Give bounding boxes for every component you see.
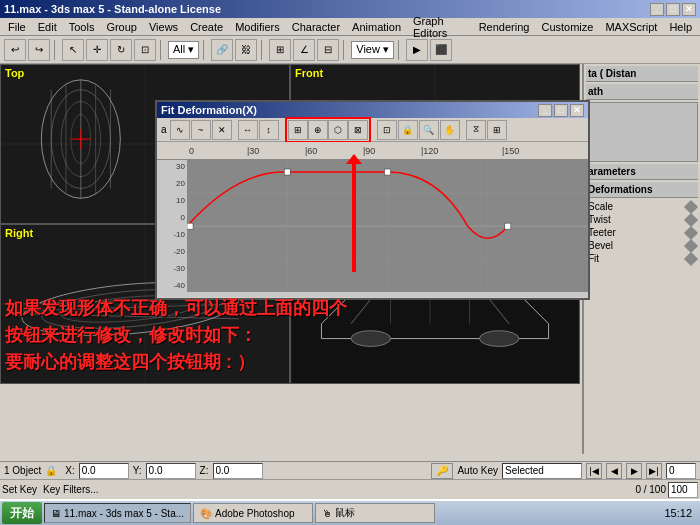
tb-select[interactable]: ↖ bbox=[62, 39, 84, 61]
tb-sep5 bbox=[343, 40, 347, 60]
bottom-bar1: Set Key Key Filters... 0 / 100 bbox=[0, 479, 700, 499]
rp-twist-label: Twist bbox=[588, 214, 611, 225]
taskbar-photoshop[interactable]: 🎨 Adobe Photoshop bbox=[193, 503, 313, 523]
taskbar-photoshop-label: Adobe Photoshop bbox=[215, 508, 295, 519]
tb-redo[interactable]: ↪ bbox=[28, 39, 50, 61]
minimize-button[interactable]: _ bbox=[650, 3, 664, 16]
ruler-60: |60 bbox=[305, 146, 317, 156]
rp-teeter-label: Teeter bbox=[588, 227, 616, 238]
next-btn[interactable]: ▶| bbox=[646, 463, 662, 479]
menu-views[interactable]: Views bbox=[143, 18, 184, 35]
title-bar-buttons: _ □ ✕ bbox=[650, 3, 696, 16]
viewport-top-label: Top bbox=[5, 67, 24, 79]
rp-row-teeter: Teeter bbox=[586, 226, 698, 239]
fd-btn-h1[interactable]: ⊞ bbox=[288, 120, 308, 140]
tb-link[interactable]: 🔗 bbox=[211, 39, 233, 61]
menu-file[interactable]: File bbox=[2, 18, 32, 35]
taskbar-mouse-label: 鼠标 bbox=[335, 506, 355, 520]
fd-btn-scale[interactable]: ↕ bbox=[259, 120, 279, 140]
rp-bevel-diamond[interactable] bbox=[684, 238, 698, 252]
svg-rect-45 bbox=[505, 223, 511, 229]
set-key-label: Set Key bbox=[2, 484, 37, 495]
tb-unlink[interactable]: ⛓ bbox=[235, 39, 257, 61]
fd-btn-move[interactable]: ↔ bbox=[238, 120, 258, 140]
fd-btn-lock[interactable]: 🔒 bbox=[398, 120, 418, 140]
tb-sep1 bbox=[54, 40, 58, 60]
y-label-30: 30 bbox=[157, 162, 187, 171]
fd-btn-h3[interactable]: ⬡ bbox=[328, 120, 348, 140]
menu-tools[interactable]: Tools bbox=[63, 18, 101, 35]
start-button[interactable]: 开始 bbox=[2, 502, 42, 524]
fd-btn-extra1[interactable]: ⧖ bbox=[466, 120, 486, 140]
fd-btn-h4[interactable]: ⊠ bbox=[348, 120, 368, 140]
y-label-0: 0 bbox=[157, 213, 187, 222]
menu-character[interactable]: Character bbox=[286, 18, 346, 35]
menu-animation[interactable]: Animation bbox=[346, 18, 407, 35]
tb-angle-snap[interactable]: ∠ bbox=[293, 39, 315, 61]
taskbar: 开始 🖥 11.max - 3ds max 5 - Sta... 🎨 Adobe… bbox=[0, 499, 700, 525]
maximize-button[interactable]: □ bbox=[666, 3, 680, 16]
tb-rotate[interactable]: ↻ bbox=[110, 39, 132, 61]
status-x-label: X: bbox=[65, 465, 74, 476]
fd-btn-wave1[interactable]: ∿ bbox=[170, 120, 190, 140]
rp-preview-area bbox=[586, 102, 698, 162]
fd-btn-pan[interactable]: ✋ bbox=[440, 120, 460, 140]
prev-frame-btn[interactable]: |◀ bbox=[586, 463, 602, 479]
menu-graph-editors[interactable]: Graph Editors bbox=[407, 18, 473, 35]
play-btn[interactable]: ▶ bbox=[626, 463, 642, 479]
frame-total-input[interactable] bbox=[668, 482, 698, 498]
rp-twist-diamond[interactable] bbox=[684, 212, 698, 226]
rp-fit-diamond[interactable] bbox=[684, 251, 698, 265]
auto-key-label: Auto Key bbox=[457, 465, 498, 476]
annotation-overlay: 如果发现形体不正确，可以通过上面的四个 按钮来进行修改，修改时如下： 要耐心的调… bbox=[5, 295, 575, 376]
fd-label-a: a bbox=[159, 124, 169, 135]
tb-mirror[interactable]: ⊟ bbox=[317, 39, 339, 61]
taskbar-3dsmax[interactable]: 🖥 11.max - 3ds max 5 - Sta... bbox=[44, 503, 191, 523]
close-button[interactable]: ✕ bbox=[682, 3, 696, 16]
fit-dialog-title[interactable]: Fit Deformation(X) _ □ ✕ bbox=[157, 102, 588, 118]
red-deformation-arrow bbox=[352, 162, 356, 272]
tb-sep2 bbox=[160, 40, 164, 60]
fit-dialog-max[interactable]: □ bbox=[554, 104, 568, 117]
tb-undo[interactable]: ↩ bbox=[4, 39, 26, 61]
fd-btn-x[interactable]: ✕ bbox=[212, 120, 232, 140]
status-lock-icon: 🔒 bbox=[45, 465, 57, 476]
menu-rendering[interactable]: Rendering bbox=[473, 18, 536, 35]
frame-input[interactable] bbox=[666, 463, 696, 479]
rp-scale-diamond[interactable] bbox=[684, 199, 698, 213]
taskbar-3dsmax-icon: 🖥 bbox=[51, 508, 61, 519]
selected-dropdown[interactable]: Selected bbox=[502, 463, 582, 479]
rp-teeter-diamond[interactable] bbox=[684, 225, 698, 239]
status-y-input[interactable] bbox=[146, 463, 196, 479]
status-x-input[interactable] bbox=[79, 463, 129, 479]
prev-btn[interactable]: ◀ bbox=[606, 463, 622, 479]
fd-btn-view[interactable]: ⊡ bbox=[377, 120, 397, 140]
svg-rect-43 bbox=[384, 169, 390, 175]
menu-group[interactable]: Group bbox=[100, 18, 143, 35]
fd-btn-extra2[interactable]: ⊞ bbox=[487, 120, 507, 140]
fit-dialog-min[interactable]: _ bbox=[538, 104, 552, 117]
menu-modifiers[interactable]: Modifiers bbox=[229, 18, 286, 35]
fit-dialog-close[interactable]: ✕ bbox=[570, 104, 584, 117]
fd-btn-zoom[interactable]: 🔍 bbox=[419, 120, 439, 140]
fd-btn-wave2[interactable]: ~ bbox=[191, 120, 211, 140]
menu-customize[interactable]: Customize bbox=[535, 18, 599, 35]
y-label-10: 10 bbox=[157, 196, 187, 205]
status-z-input[interactable] bbox=[213, 463, 263, 479]
tb-all-dropdown[interactable]: All ▾ bbox=[168, 41, 199, 59]
tb-view-dropdown[interactable]: View ▾ bbox=[351, 41, 394, 59]
tb-scale[interactable]: ⊡ bbox=[134, 39, 156, 61]
taskbar-mouse[interactable]: 🖱 鼠标 bbox=[315, 503, 435, 523]
menu-edit[interactable]: Edit bbox=[32, 18, 63, 35]
viewport-front-label: Front bbox=[295, 67, 323, 79]
menu-help[interactable]: Help bbox=[663, 18, 698, 35]
y-axis: 30 20 10 0 -10 -20 -30 -40 bbox=[157, 160, 187, 292]
menu-create[interactable]: Create bbox=[184, 18, 229, 35]
menu-maxscript[interactable]: MAXScript bbox=[599, 18, 663, 35]
svg-rect-42 bbox=[284, 169, 290, 175]
tb-render[interactable]: ▶ bbox=[406, 39, 428, 61]
tb-move[interactable]: ✛ bbox=[86, 39, 108, 61]
tb-snap[interactable]: ⊞ bbox=[269, 39, 291, 61]
fd-btn-h2[interactable]: ⊕ bbox=[308, 120, 328, 140]
tb-render2[interactable]: ⬛ bbox=[430, 39, 452, 61]
